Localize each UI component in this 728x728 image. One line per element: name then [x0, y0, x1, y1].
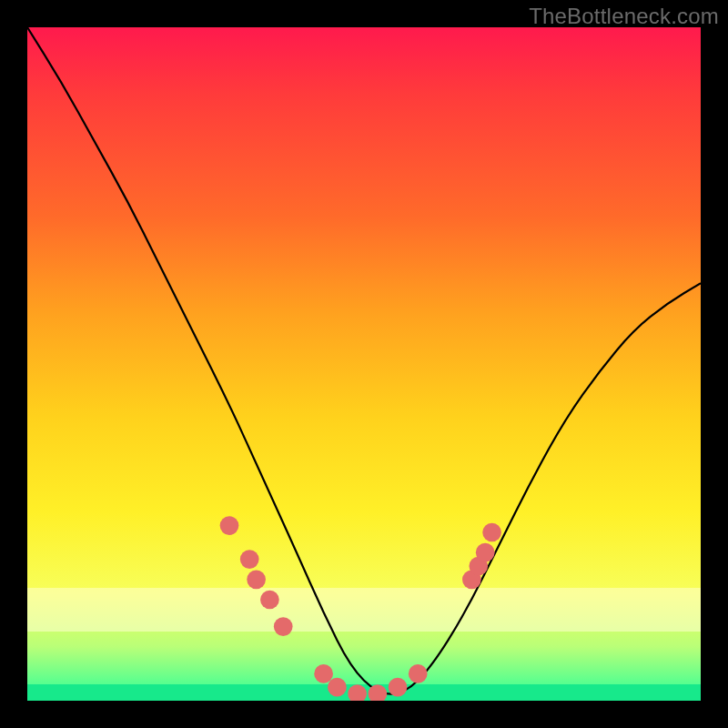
curve-marker — [409, 664, 428, 683]
curve-marker — [274, 617, 293, 636]
curve-marker — [247, 570, 266, 589]
curve-marker — [314, 664, 333, 683]
curve-marker — [476, 543, 495, 562]
curve-marker — [260, 591, 279, 610]
curve-marker — [328, 678, 347, 697]
chart-frame: TheBottleneck.com — [0, 0, 728, 728]
curve-marker — [220, 516, 239, 535]
curve-marker — [389, 678, 408, 697]
curve-marker — [240, 550, 259, 569]
watermark-text: TheBottleneck.com — [529, 4, 719, 29]
bottleneck-curve — [27, 27, 701, 694]
marker-group — [220, 516, 501, 701]
curve-marker — [348, 684, 367, 701]
curve-svg — [27, 27, 701, 701]
plot-area — [27, 27, 701, 701]
curve-marker — [482, 523, 501, 542]
